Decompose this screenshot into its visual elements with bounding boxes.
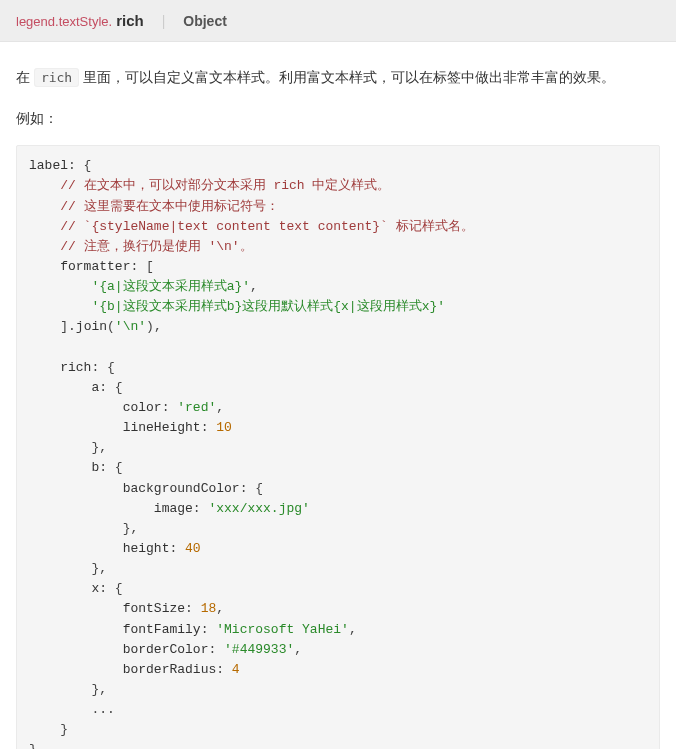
doc-header: legend.textStyle.rich | Object: [0, 0, 676, 42]
api-path: legend.textStyle.rich: [16, 12, 144, 29]
doc-body: 在 rich 里面，可以自定义富文本样式。利用富文本样式，可以在标签中做出非常丰…: [0, 42, 676, 749]
inline-code-rich: rich: [34, 68, 79, 87]
code-block: label: { // 在文本中，可以对部分文本采用 rich 中定义样式。 /…: [16, 145, 660, 749]
header-divider: |: [162, 13, 166, 29]
intro-paragraph: 在 rich 里面，可以自定义富文本样式。利用富文本样式，可以在标签中做出非常丰…: [16, 64, 660, 91]
type-label: Object: [183, 13, 227, 29]
path-prefix: legend.textStyle.: [16, 14, 112, 29]
example-label: 例如：: [16, 105, 660, 132]
path-name: rich: [116, 12, 144, 29]
